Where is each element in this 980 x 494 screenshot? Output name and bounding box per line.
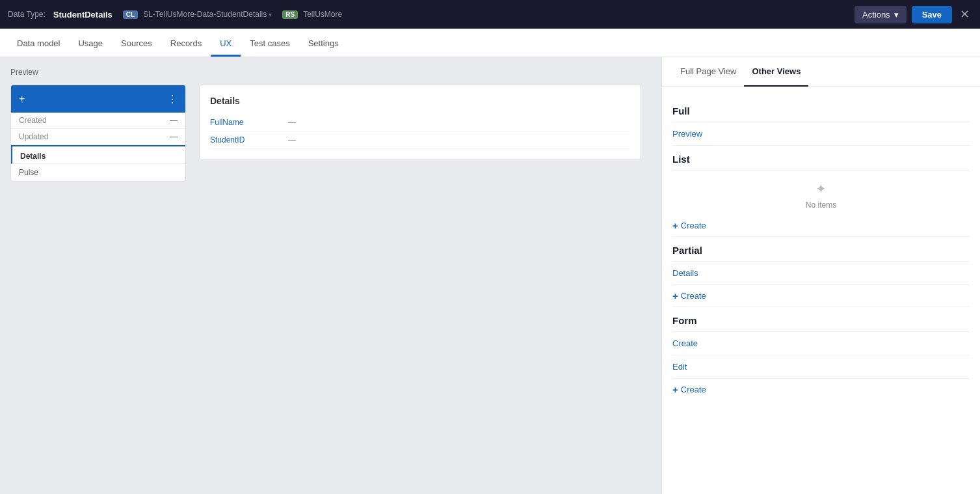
no-items-area: ✦ No items [672, 171, 970, 215]
preview-card-body: Created — Updated — Details Pulse [11, 113, 185, 181]
preview-row-val-created: — [170, 116, 178, 125]
tab-full-page-view[interactable]: Full Page View [672, 57, 744, 87]
breadcrumb-link[interactable]: SL-TellUsMore-Data-StudentDetails ▾ [143, 10, 272, 19]
preview-row-updated: Updated — [11, 129, 185, 145]
top-bar: Data Type: StudentDetails CL SL-TellUsMo… [0, 0, 980, 29]
tab-settings[interactable]: Settings [299, 32, 348, 57]
section-title-form: Form [672, 307, 970, 331]
partial-create-plus-icon: + [672, 290, 678, 301]
details-field-val-fullname: — [288, 118, 296, 127]
tab-usage[interactable]: Usage [69, 32, 112, 57]
right-panel-tabs: Full Page View Other Views [662, 57, 980, 87]
tab-records[interactable]: Records [161, 32, 211, 57]
nav-tabs: Data model Usage Sources Records UX Test… [0, 29, 980, 57]
details-field-val-studentid: — [288, 135, 296, 144]
partial-details-link[interactable]: Details [672, 262, 970, 284]
preview-row-created: Created — [11, 113, 185, 129]
actions-button[interactable]: Actions ▾ [854, 6, 907, 23]
preview-card-header: + ⋮ [11, 85, 185, 113]
data-type-name: StudentDetails [53, 10, 113, 20]
preview-card-plus-icon[interactable]: + [19, 93, 25, 105]
section-title-partial: Partial [672, 237, 970, 261]
tab-sources[interactable]: Sources [112, 32, 161, 57]
preview-row-key-created: Created [19, 116, 47, 125]
details-field-key-studentid: StudentID [210, 135, 288, 144]
tab-ux[interactable]: UX [211, 32, 241, 57]
close-button[interactable]: ✕ [957, 5, 972, 24]
preview-section-details-label: Details [11, 145, 185, 164]
form-create2-plus-icon: + [672, 384, 678, 395]
badge-rs: RS [282, 10, 298, 19]
preview-label: Preview [10, 68, 651, 77]
full-preview-link[interactable]: Preview [672, 122, 970, 145]
section-title-full: Full [672, 98, 970, 122]
no-items-icon: ✦ [815, 181, 827, 197]
preview-card: + ⋮ Created — Updated — Details Pulse [10, 85, 186, 182]
partial-create-link[interactable]: + Create [672, 285, 970, 307]
details-field-key-fullname: FullName [210, 118, 288, 127]
right-panel-content: Full Preview List ✦ No items + Create Pa… [662, 87, 980, 411]
details-field-fullname: FullName — [210, 114, 630, 131]
tab-data-model[interactable]: Data model [8, 32, 69, 57]
list-create-link[interactable]: + Create [672, 215, 970, 236]
form-create2-link[interactable]: + Create [672, 379, 970, 400]
details-field-studentid: StudentID — [210, 131, 630, 149]
form-edit-link[interactable]: Edit [672, 355, 970, 378]
tell-us-more-text: TellUsMore [303, 10, 342, 19]
preview-card-dots-icon[interactable]: ⋮ [167, 93, 178, 105]
tab-test-cases[interactable]: Test cases [241, 32, 298, 57]
breadcrumb-arrow-icon: ▾ [269, 11, 272, 18]
section-title-list: List [672, 146, 970, 170]
badge-cl: CL [123, 10, 138, 19]
actions-chevron-icon: ▾ [894, 10, 899, 20]
preview-content: + ⋮ Created — Updated — Details Pulse [10, 85, 651, 182]
preview-area: Preview + ⋮ Created — Updated — [0, 57, 661, 494]
top-bar-right: Actions ▾ Save ✕ [854, 5, 972, 24]
form-create-link[interactable]: Create [672, 332, 970, 355]
preview-row-val-updated: — [170, 132, 178, 141]
right-panel: Full Page View Other Views Full Preview … [661, 57, 980, 494]
details-panel-title: Details [210, 96, 630, 106]
main-layout: Preview + ⋮ Created — Updated — [0, 57, 980, 494]
preview-row-key-updated: Updated [19, 132, 48, 141]
save-button[interactable]: Save [912, 6, 952, 23]
top-bar-left: Data Type: StudentDetails CL SL-TellUsMo… [8, 10, 854, 20]
data-type-label: Data Type: [8, 10, 46, 19]
preview-section-pulse-item: Pulse [11, 164, 185, 181]
list-create-plus-icon: + [672, 220, 678, 231]
tab-other-views[interactable]: Other Views [744, 57, 808, 87]
no-items-text: No items [806, 200, 836, 210]
details-panel: Details FullName — StudentID — [199, 85, 641, 160]
